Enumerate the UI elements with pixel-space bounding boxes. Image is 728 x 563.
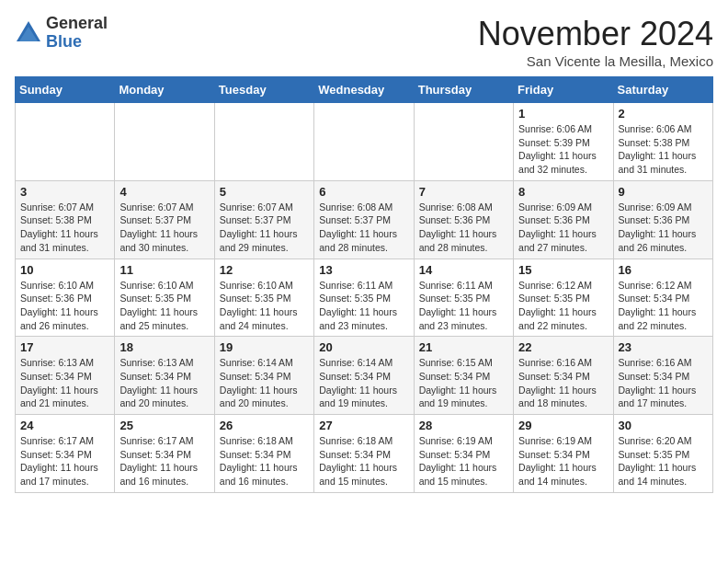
day-number: 25 <box>119 419 209 432</box>
calendar-cell: 30Sunrise: 6:20 AM Sunset: 5:35 PM Dayli… <box>613 415 712 493</box>
day-number: 11 <box>119 263 209 277</box>
day-info: Sunrise: 6:06 AM Sunset: 5:38 PM Dayligh… <box>619 122 708 177</box>
calendar-header-row: SundayMondayTuesdayWednesdayThursdayFrid… <box>16 77 713 103</box>
day-number: 3 <box>20 185 109 199</box>
day-info: Sunrise: 6:20 AM Sunset: 5:35 PM Dayligh… <box>619 434 708 488</box>
location: San Vicente la Mesilla, Mexico <box>478 53 713 69</box>
day-info: Sunrise: 6:17 AM Sunset: 5:34 PM Dayligh… <box>119 434 209 488</box>
day-of-week-header: Wednesday <box>314 77 414 103</box>
day-number: 15 <box>518 263 608 277</box>
calendar-cell <box>314 103 414 181</box>
day-info: Sunrise: 6:11 AM Sunset: 5:35 PM Dayligh… <box>419 279 508 333</box>
day-number: 26 <box>220 419 309 432</box>
day-info: Sunrise: 6:07 AM Sunset: 5:37 PM Dayligh… <box>119 201 209 255</box>
day-number: 4 <box>119 185 209 199</box>
calendar-cell: 29Sunrise: 6:19 AM Sunset: 5:34 PM Dayli… <box>514 415 613 493</box>
day-info: Sunrise: 6:10 AM Sunset: 5:35 PM Dayligh… <box>119 279 209 333</box>
calendar-cell: 23Sunrise: 6:16 AM Sunset: 5:34 PM Dayli… <box>613 337 712 415</box>
day-info: Sunrise: 6:10 AM Sunset: 5:36 PM Dayligh… <box>20 279 109 333</box>
day-info: Sunrise: 6:13 AM Sunset: 5:34 PM Dayligh… <box>20 356 109 410</box>
day-number: 14 <box>419 263 508 277</box>
calendar-cell: 22Sunrise: 6:16 AM Sunset: 5:34 PM Dayli… <box>514 337 613 415</box>
calendar-week-row: 10Sunrise: 6:10 AM Sunset: 5:36 PM Dayli… <box>16 259 713 337</box>
day-info: Sunrise: 6:18 AM Sunset: 5:34 PM Dayligh… <box>220 434 309 488</box>
day-info: Sunrise: 6:16 AM Sunset: 5:34 PM Dayligh… <box>619 356 708 410</box>
day-number: 9 <box>619 185 708 199</box>
day-number: 24 <box>20 419 109 432</box>
day-number: 21 <box>419 340 508 354</box>
day-info: Sunrise: 6:13 AM Sunset: 5:34 PM Dayligh… <box>119 356 209 410</box>
logo-blue: Blue <box>46 33 108 52</box>
calendar-cell: 2Sunrise: 6:06 AM Sunset: 5:38 PM Daylig… <box>613 103 712 181</box>
calendar-week-row: 1Sunrise: 6:06 AM Sunset: 5:39 PM Daylig… <box>16 103 713 181</box>
calendar-cell: 10Sunrise: 6:10 AM Sunset: 5:36 PM Dayli… <box>16 259 115 337</box>
calendar-cell: 20Sunrise: 6:14 AM Sunset: 5:34 PM Dayli… <box>314 337 414 415</box>
day-info: Sunrise: 6:09 AM Sunset: 5:36 PM Dayligh… <box>518 201 608 255</box>
day-info: Sunrise: 6:14 AM Sunset: 5:34 PM Dayligh… <box>319 356 408 410</box>
calendar-cell: 1Sunrise: 6:06 AM Sunset: 5:39 PM Daylig… <box>514 103 613 181</box>
day-number: 23 <box>619 340 708 354</box>
day-of-week-header: Friday <box>514 77 613 103</box>
day-number: 13 <box>319 263 408 277</box>
calendar-cell: 15Sunrise: 6:12 AM Sunset: 5:35 PM Dayli… <box>514 259 613 337</box>
calendar-cell: 16Sunrise: 6:12 AM Sunset: 5:34 PM Dayli… <box>613 259 712 337</box>
calendar-cell: 14Sunrise: 6:11 AM Sunset: 5:35 PM Dayli… <box>414 259 513 337</box>
calendar-cell: 8Sunrise: 6:09 AM Sunset: 5:36 PM Daylig… <box>514 180 613 259</box>
day-info: Sunrise: 6:19 AM Sunset: 5:34 PM Dayligh… <box>518 434 608 488</box>
day-number: 28 <box>419 419 508 432</box>
day-number: 19 <box>220 340 309 354</box>
calendar-cell <box>414 103 513 181</box>
calendar-cell: 5Sunrise: 6:07 AM Sunset: 5:37 PM Daylig… <box>214 180 313 259</box>
day-info: Sunrise: 6:19 AM Sunset: 5:34 PM Dayligh… <box>419 434 508 488</box>
day-info: Sunrise: 6:08 AM Sunset: 5:37 PM Dayligh… <box>319 201 408 255</box>
calendar-cell: 25Sunrise: 6:17 AM Sunset: 5:34 PM Dayli… <box>115 415 214 493</box>
day-info: Sunrise: 6:06 AM Sunset: 5:39 PM Dayligh… <box>518 122 608 177</box>
calendar-week-row: 3Sunrise: 6:07 AM Sunset: 5:38 PM Daylig… <box>16 180 713 259</box>
title-block: November 2024 San Vicente la Mesilla, Me… <box>478 15 713 69</box>
calendar-cell: 18Sunrise: 6:13 AM Sunset: 5:34 PM Dayli… <box>115 337 214 415</box>
day-number: 18 <box>119 340 209 354</box>
calendar-cell <box>115 103 214 181</box>
day-info: Sunrise: 6:12 AM Sunset: 5:35 PM Dayligh… <box>518 279 608 333</box>
logo-text: General Blue <box>46 15 108 52</box>
day-info: Sunrise: 6:07 AM Sunset: 5:38 PM Dayligh… <box>20 201 109 255</box>
calendar-cell <box>214 103 313 181</box>
day-number: 8 <box>518 185 608 199</box>
month-title: November 2024 <box>478 15 713 53</box>
calendar-cell: 21Sunrise: 6:15 AM Sunset: 5:34 PM Dayli… <box>414 337 513 415</box>
day-number: 20 <box>319 340 408 354</box>
day-info: Sunrise: 6:17 AM Sunset: 5:34 PM Dayligh… <box>20 434 109 488</box>
day-number: 22 <box>518 340 608 354</box>
calendar-cell: 27Sunrise: 6:18 AM Sunset: 5:34 PM Dayli… <box>314 415 414 493</box>
day-number: 30 <box>619 419 708 432</box>
calendar-cell: 4Sunrise: 6:07 AM Sunset: 5:37 PM Daylig… <box>115 180 214 259</box>
day-number: 5 <box>220 185 309 199</box>
day-number: 27 <box>319 419 408 432</box>
day-number: 10 <box>20 263 109 277</box>
calendar-cell: 7Sunrise: 6:08 AM Sunset: 5:36 PM Daylig… <box>414 180 513 259</box>
day-info: Sunrise: 6:11 AM Sunset: 5:35 PM Dayligh… <box>319 279 408 333</box>
logo-icon <box>15 19 42 47</box>
calendar: SundayMondayTuesdayWednesdayThursdayFrid… <box>15 76 713 493</box>
day-number: 12 <box>220 263 309 277</box>
day-info: Sunrise: 6:08 AM Sunset: 5:36 PM Dayligh… <box>419 201 508 255</box>
calendar-cell: 12Sunrise: 6:10 AM Sunset: 5:35 PM Dayli… <box>214 259 313 337</box>
calendar-week-row: 17Sunrise: 6:13 AM Sunset: 5:34 PM Dayli… <box>16 337 713 415</box>
calendar-cell: 19Sunrise: 6:14 AM Sunset: 5:34 PM Dayli… <box>214 337 313 415</box>
page-header: General Blue November 2024 San Vicente l… <box>15 15 713 69</box>
day-number: 29 <box>518 419 608 432</box>
calendar-cell: 11Sunrise: 6:10 AM Sunset: 5:35 PM Dayli… <box>115 259 214 337</box>
logo: General Blue <box>15 15 108 52</box>
day-number: 16 <box>619 263 708 277</box>
day-info: Sunrise: 6:09 AM Sunset: 5:36 PM Dayligh… <box>619 201 708 255</box>
calendar-cell: 26Sunrise: 6:18 AM Sunset: 5:34 PM Dayli… <box>214 415 313 493</box>
calendar-cell: 3Sunrise: 6:07 AM Sunset: 5:38 PM Daylig… <box>16 180 115 259</box>
calendar-week-row: 24Sunrise: 6:17 AM Sunset: 5:34 PM Dayli… <box>16 415 713 493</box>
day-of-week-header: Saturday <box>613 77 712 103</box>
day-info: Sunrise: 6:14 AM Sunset: 5:34 PM Dayligh… <box>220 356 309 410</box>
day-number: 1 <box>518 107 608 121</box>
calendar-cell <box>16 103 115 181</box>
day-info: Sunrise: 6:16 AM Sunset: 5:34 PM Dayligh… <box>518 356 608 410</box>
calendar-cell: 13Sunrise: 6:11 AM Sunset: 5:35 PM Dayli… <box>314 259 414 337</box>
day-of-week-header: Thursday <box>414 77 513 103</box>
